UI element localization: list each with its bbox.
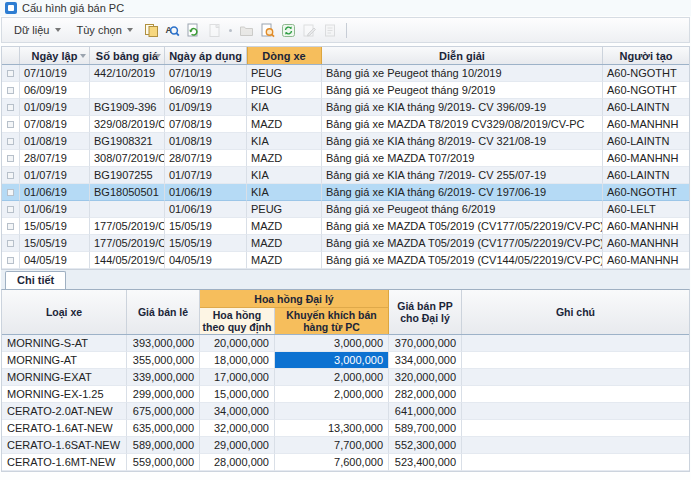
- cell[interactable]: 2,000,000: [275, 386, 389, 403]
- data-menu-button[interactable]: Dữ liệu: [7, 21, 68, 39]
- cell[interactable]: Bảng giá xe Peugeot tháng 6/2019: [322, 201, 603, 218]
- cell[interactable]: 13,300,000: [275, 420, 389, 437]
- table-row[interactable]: 01/06/19BG1805050101/06/19KIABảng giá xe…: [2, 184, 689, 201]
- print-preview-icon[interactable]: [258, 21, 277, 40]
- cell[interactable]: 144/05/2019/CV-P: [90, 252, 165, 269]
- cell[interactable]: 01/07/19: [20, 167, 90, 184]
- cell[interactable]: 393,000,000: [127, 335, 200, 352]
- cell[interactable]: BG18050501: [90, 184, 165, 201]
- cell[interactable]: 01/08/19: [20, 133, 90, 150]
- cell[interactable]: [462, 437, 689, 454]
- refresh-document-icon[interactable]: [184, 21, 203, 40]
- cell[interactable]: A60-LAINTN: [603, 133, 689, 150]
- cell[interactable]: [462, 403, 689, 420]
- cell[interactable]: [462, 352, 689, 369]
- row-indicator[interactable]: [2, 133, 20, 150]
- cell[interactable]: 07/08/19: [165, 116, 247, 133]
- cell[interactable]: 635,000,000: [127, 420, 200, 437]
- cell[interactable]: A60-NGOTHT: [603, 184, 689, 201]
- row-indicator[interactable]: [2, 99, 20, 116]
- cell[interactable]: KIA: [247, 167, 322, 184]
- cell[interactable]: MORNING-EX-1.25: [2, 386, 127, 403]
- column-header-ngay-lap[interactable]: Ngày lập: [20, 47, 90, 64]
- table-row[interactable]: MORNING-EX-1.25299,000,00015,000,0002,00…: [2, 386, 689, 403]
- tab-chi-tiet[interactable]: Chi tiết: [5, 271, 66, 289]
- cell[interactable]: KIA: [247, 99, 322, 116]
- table-row[interactable]: 07/10/19442/10/201907/10/19PEUGBảng giá …: [2, 65, 689, 82]
- cell[interactable]: 2,000,000: [275, 369, 389, 386]
- cell[interactable]: A60-LAINTN: [603, 99, 689, 116]
- table-row[interactable]: CERATO-1.6MT-NEW559,000,00028,000,0007,6…: [2, 454, 689, 471]
- cell[interactable]: Bảng giá xe MAZDA T05/2019 (CV177/05/220…: [322, 218, 603, 235]
- cell[interactable]: 339,000,000: [127, 369, 200, 386]
- cell[interactable]: CERATO-1.6AT-NEW: [2, 420, 127, 437]
- cell[interactable]: Bảng giá xe MAZDA T05/2019 (CV177/05/220…: [322, 235, 603, 252]
- cell[interactable]: MAZD: [247, 252, 322, 269]
- cell[interactable]: Bảng giá xe KIA tháng 6/2019- CV 197/06-…: [322, 184, 603, 201]
- cell[interactable]: [462, 386, 689, 403]
- table-row[interactable]: CERATO-2.0AT-NEW675,000,00034,000,000641…: [2, 403, 689, 420]
- cell[interactable]: 07/08/19: [20, 116, 90, 133]
- row-indicator[interactable]: [2, 184, 20, 201]
- cell[interactable]: 177/05/2019/CV-P: [90, 235, 165, 252]
- cell[interactable]: 641,000,000: [389, 403, 462, 420]
- column-header-so-bang-gia[interactable]: Số bảng giá: [90, 47, 165, 64]
- cell[interactable]: 3,000,000: [275, 335, 389, 352]
- cell[interactable]: 17,000,000: [200, 369, 275, 386]
- copy-icon[interactable]: [142, 21, 161, 40]
- cell[interactable]: Bảng giá xe Peugeot tháng 10/2019: [322, 65, 603, 82]
- cell[interactable]: 15/05/19: [20, 235, 90, 252]
- cell[interactable]: MAZD: [247, 150, 322, 167]
- filter-icon[interactable]: [80, 54, 86, 58]
- cell[interactable]: 523,400,000: [389, 454, 462, 471]
- cell[interactable]: 442/10/2019: [90, 65, 165, 82]
- cell[interactable]: [462, 454, 689, 471]
- cell[interactable]: 15/05/19: [165, 235, 247, 252]
- sync-icon[interactable]: [279, 21, 298, 40]
- cell[interactable]: MAZD: [247, 116, 322, 133]
- cell[interactable]: 34,000,000: [200, 403, 275, 420]
- column-header-dien-giai[interactable]: Diễn giải: [322, 47, 603, 64]
- column-header-nguoi-tao[interactable]: Người tạo: [603, 47, 689, 64]
- column-header-gia-ban-le[interactable]: Giá bán lẻ: [127, 290, 200, 334]
- column-header-khuyen-khich-ban-hang-tu-pc[interactable]: Khuyến khích bán hàng từ PC: [275, 308, 389, 334]
- cell[interactable]: BG1907255: [90, 167, 165, 184]
- cell[interactable]: KIA: [247, 184, 322, 201]
- row-indicator[interactable]: [2, 218, 20, 235]
- table-row[interactable]: 06/09/1906/09/19PEUGBảng giá xe Peugeot …: [2, 82, 689, 99]
- cell[interactable]: 355,000,000: [127, 352, 200, 369]
- cell[interactable]: 28,000,000: [200, 454, 275, 471]
- cell[interactable]: 7,600,000: [275, 454, 389, 471]
- cell[interactable]: A60-MANHNH: [603, 252, 689, 269]
- row-indicator[interactable]: [2, 167, 20, 184]
- cell[interactable]: MAZD: [247, 218, 322, 235]
- cell[interactable]: 01/06/19: [20, 184, 90, 201]
- cell[interactable]: 04/05/19: [20, 252, 90, 269]
- cell[interactable]: 07/10/19: [20, 65, 90, 82]
- cell[interactable]: 7,700,000: [275, 437, 389, 454]
- cell[interactable]: A60-MANHNH: [603, 235, 689, 252]
- cell[interactable]: 589,700,000: [389, 420, 462, 437]
- cell[interactable]: 15/05/19: [165, 218, 247, 235]
- table-row[interactable]: 15/05/19177/05/2019/CV-P15/05/19MAZDBảng…: [2, 218, 689, 235]
- cell[interactable]: 04/05/19: [165, 252, 247, 269]
- cell[interactable]: A60-MANHNH: [603, 116, 689, 133]
- column-header-loai-xe[interactable]: Loại xe: [2, 290, 127, 334]
- row-indicator[interactable]: [2, 150, 20, 167]
- cell[interactable]: 32,000,000: [200, 420, 275, 437]
- cell[interactable]: MORNING-S-AT: [2, 335, 127, 352]
- cell[interactable]: BG1909-396: [90, 99, 165, 116]
- cell[interactable]: CERATO-1.6MT-NEW: [2, 454, 127, 471]
- table-row[interactable]: 07/08/19329/08/2019/CV-P07/08/19MAZDBảng…: [2, 116, 689, 133]
- cell[interactable]: [90, 201, 165, 218]
- cell[interactable]: 589,000,000: [127, 437, 200, 454]
- table-row[interactable]: MORNING-AT355,000,00018,000,0003,000,000…: [2, 352, 689, 369]
- cell[interactable]: [462, 420, 689, 437]
- cell[interactable]: [90, 82, 165, 99]
- cell[interactable]: [275, 403, 389, 420]
- cell[interactable]: 370,000,000: [389, 335, 462, 352]
- cell[interactable]: 06/09/19: [165, 82, 247, 99]
- cell[interactable]: 01/06/19: [165, 201, 247, 218]
- cell[interactable]: MAZD: [247, 235, 322, 252]
- cell[interactable]: 28/07/19: [165, 150, 247, 167]
